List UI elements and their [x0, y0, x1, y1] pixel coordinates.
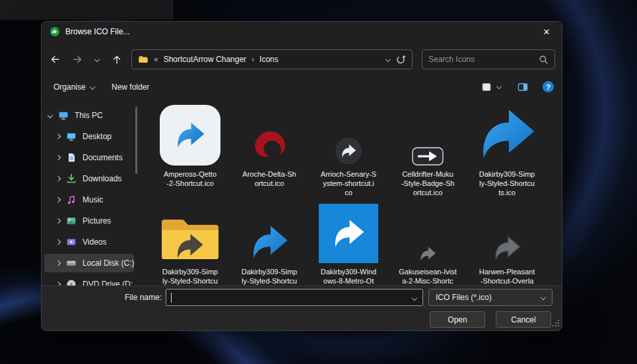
videos-icon: [66, 237, 77, 247]
sidebar-item-videos[interactable]: Videos: [44, 233, 134, 251]
sidebar-item-downloads[interactable]: Downloads: [44, 169, 134, 188]
chevron-right-icon[interactable]: [55, 155, 61, 160]
browse-ico-dialog: Browse ICO File... ✕: [41, 21, 562, 331]
preview-pane-icon[interactable]: [518, 82, 528, 92]
cancel-button[interactable]: Cancel: [496, 311, 551, 328]
address-bar[interactable]: « ShortcutArrow Changer › Icons: [131, 49, 413, 69]
titlebar: Browse ICO File...: [42, 22, 562, 42]
chevron-right-icon[interactable]: [55, 260, 61, 266]
view-dropdown-icon[interactable]: [496, 84, 502, 89]
view-options-icon[interactable]: [481, 82, 492, 92]
chevron-right-icon[interactable]: [55, 176, 61, 181]
file-label: Dakirby309-Wind ows-8-Metro-Ot: [312, 267, 386, 286]
file-icon-blue-arrow: [232, 198, 306, 264]
breadcrumb-item-current[interactable]: Icons: [259, 55, 279, 64]
file-label: Gakuseisean-Ivist a-2-Misc-Shortc: [391, 267, 465, 286]
search-box: [422, 49, 555, 69]
this-pc-icon: [58, 110, 69, 121]
address-dropdown-icon[interactable]: [386, 57, 391, 62]
chevron-right-icon[interactable]: [55, 218, 61, 224]
refresh-icon[interactable]: [395, 54, 406, 65]
up-button[interactable]: [108, 51, 126, 68]
chevron-down-icon: [89, 84, 94, 90]
file-label: Ampeross-Qetto -2-Shortcut.ico: [153, 169, 227, 188]
file-item[interactable]: Gakuseisean-Ivist a-2-Misc-Shortc: [391, 198, 465, 286]
file-label: Arrioch-Senary-S ystem-shortcut.i co: [312, 169, 386, 197]
file-item[interactable]: Arrioch-Senary-S ystem-shortcut.i co: [312, 101, 386, 197]
file-label: Dakirby309-Simp ly-Styled-Shortcu ts.ico: [470, 169, 544, 197]
sidebar-item-music[interactable]: Music: [44, 191, 134, 209]
file-label: Dakirby309-Simp ly-Styled-Shortcu: [232, 267, 306, 286]
dvd-drive-icon: [66, 279, 77, 286]
file-item[interactable]: Aroche-Delta-Sh ortcut.ico: [232, 101, 306, 188]
file-icon-dark-arrow: [470, 198, 544, 264]
file-icon-small-gray-arrow: [391, 198, 465, 264]
resize-grip[interactable]: [551, 318, 560, 329]
sidebar-item-local-disk-c[interactable]: Local Disk (C:): [44, 254, 134, 272]
file-icon-dark-circle-arrow: [312, 101, 386, 167]
chevron-right-icon[interactable]: [55, 197, 61, 202]
breadcrumb-item-parent[interactable]: ShortcutArrow Changer: [164, 55, 246, 64]
breadcrumb-separator: ›: [251, 55, 254, 64]
file-item[interactable]: Dakirby309-Wind ows-8-Metro-Ot: [312, 198, 386, 286]
dialog-footer: File name: ICO Files (*.ico) Open Cancel: [42, 286, 562, 331]
local-disk-icon: [66, 258, 77, 268]
open-button[interactable]: Open: [430, 311, 485, 328]
desktop-icon: [66, 131, 77, 142]
file-item[interactable]: Dakirby309-Simp ly-Styled-Shortcu: [232, 198, 306, 286]
sidebar-item-dvd-drive-d[interactable]: DVD Drive (D:: [44, 275, 134, 286]
file-name-combobox: [166, 289, 423, 306]
new-folder-label: New folder: [112, 82, 149, 92]
organise-label: Organise: [53, 82, 86, 92]
breadcrumb-overflow[interactable]: «: [154, 55, 158, 64]
sidebar-item-pictures[interactable]: Pictures: [44, 212, 134, 230]
file-label: Aroche-Delta-Sh ortcut.ico: [232, 169, 306, 188]
pictures-icon: [66, 216, 77, 226]
file-icon-red-swirl: [232, 101, 306, 167]
search-icon[interactable]: [539, 55, 549, 65]
file-item[interactable]: Ampeross-Qetto -2-Shortcut.ico: [153, 101, 227, 188]
forward-arrow-icon: [72, 54, 83, 65]
background-window-edge: [0, 0, 173, 20]
file-icon-badge-arrow: [391, 101, 465, 167]
search-input[interactable]: [428, 55, 535, 64]
organise-button[interactable]: Organise: [53, 79, 94, 95]
help-button[interactable]: ?: [543, 81, 554, 92]
documents-icon: [66, 152, 77, 163]
back-button[interactable]: [46, 51, 64, 68]
close-button[interactable]: ✕: [531, 22, 562, 42]
file-type-select[interactable]: ICO Files (*.ico): [428, 289, 553, 306]
music-icon: [66, 195, 77, 205]
back-arrow-icon: [50, 54, 61, 65]
file-icon-folder-arrow: [153, 198, 227, 264]
file-item[interactable]: Dakirby309-Simp ly-Styled-Shortcu ts.ico: [470, 101, 544, 197]
text-caret: [171, 293, 172, 303]
up-arrow-icon: [112, 54, 122, 65]
file-label: Celldrifter-Muku -Style-Badge-Sh ortcut.…: [391, 169, 465, 197]
file-icon-big-blue-arrow: [470, 101, 544, 167]
file-item[interactable]: Harwen-Pleasant -Shortcut-Overla: [470, 198, 544, 286]
forward-button[interactable]: [68, 51, 86, 68]
sidebar-item-desktop[interactable]: Desktop: [44, 127, 134, 146]
file-icon-metro-square-arrow: [312, 198, 386, 264]
dialog-body: This PC Desktop: [42, 100, 562, 286]
sidebar-item-this-pc[interactable]: This PC: [44, 106, 134, 125]
folder-icon: [138, 54, 149, 65]
new-folder-button[interactable]: New folder: [112, 79, 149, 95]
chevron-down-icon[interactable]: [48, 113, 53, 118]
file-icon-rounded-square-arrow: [153, 101, 227, 167]
recent-locations-button[interactable]: [90, 51, 104, 68]
sidebar-scrollbar[interactable]: [135, 107, 137, 174]
file-item[interactable]: Celldrifter-Muku -Style-Badge-Sh ortcut.…: [391, 101, 465, 197]
chevron-right-icon[interactable]: [55, 134, 61, 139]
downloads-icon: [66, 173, 77, 184]
file-label: Harwen-Pleasant -Shortcut-Overla: [470, 267, 544, 286]
chevron-right-icon[interactable]: [55, 239, 61, 245]
sidebar-item-documents[interactable]: Documents: [44, 148, 134, 167]
app-icon: [50, 26, 60, 37]
file-label: Dakirby309-Simp ly-Styled-Shortcu: [153, 267, 227, 286]
file-name-label: File name:: [110, 289, 162, 306]
file-name-input[interactable]: [166, 289, 422, 305]
chevron-down-icon: [94, 57, 100, 62]
file-item[interactable]: Dakirby309-Simp ly-Styled-Shortcu: [153, 198, 227, 286]
